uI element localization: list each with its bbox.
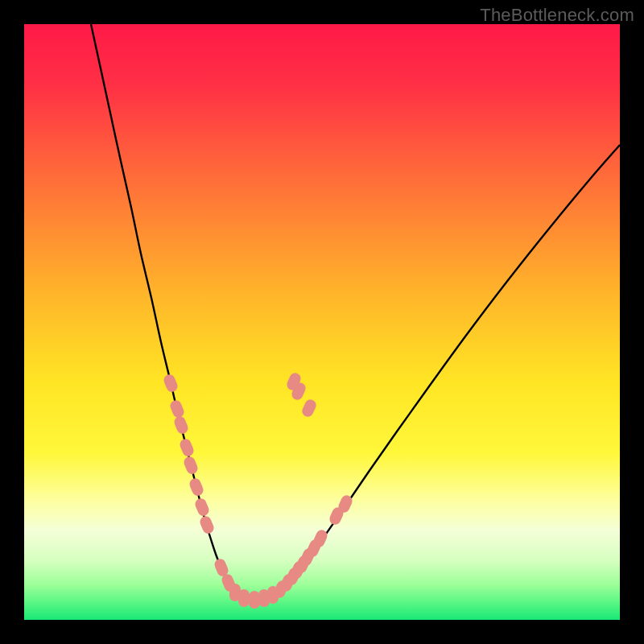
curve-marker bbox=[249, 591, 260, 609]
chart-svg bbox=[24, 24, 620, 620]
plot-area bbox=[24, 24, 620, 620]
chart-frame: TheBottleneck.com bbox=[0, 0, 644, 644]
curve-marker bbox=[238, 589, 250, 607]
watermark-text: TheBottleneck.com bbox=[480, 5, 634, 26]
